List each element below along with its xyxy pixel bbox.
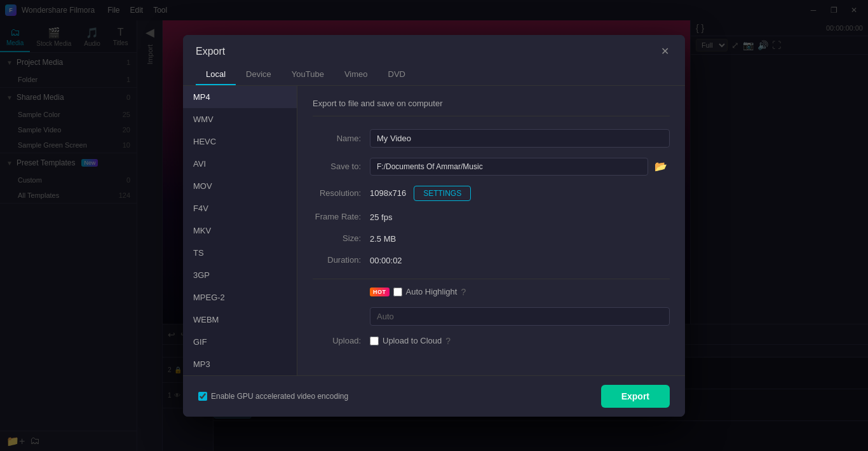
size-field-row: Size: 2.5 MB <box>313 233 670 244</box>
size-text: 2.5 MB <box>370 234 396 244</box>
format-hevc[interactable]: HEVC <box>183 130 297 153</box>
size-label: Size: <box>313 233 370 243</box>
auto-highlight-checkbox-label: Auto Highlight <box>393 287 458 296</box>
upload-cloud-label: Upload to Cloud <box>383 336 442 345</box>
gpu-checkbox[interactable] <box>198 392 207 401</box>
duration-value: 00:00:02 <box>370 254 670 266</box>
format-mp4[interactable]: MP4 <box>183 86 297 108</box>
name-field-row: Name: <box>313 129 670 148</box>
resolution-field-row: Resolution: 1098x716 SETTINGS <box>313 186 670 201</box>
auto-highlight-row: HOT Auto Highlight ? <box>313 287 670 297</box>
tab-youtube[interactable]: YouTube <box>281 64 334 85</box>
format-ts[interactable]: TS <box>183 242 297 264</box>
format-mkv[interactable]: MKV <box>183 219 297 242</box>
format-mov[interactable]: MOV <box>183 175 297 197</box>
format-list: MP4 WMV HEVC AVI MOV F4V MKV TS 3GP MPEG… <box>183 86 297 375</box>
auto-dropdown-value: Auto <box>370 307 670 326</box>
save-to-field-row: Save to: 📂 <box>313 158 670 176</box>
tab-local[interactable]: Local <box>196 64 236 85</box>
name-value <box>370 129 670 148</box>
hot-badge: HOT <box>370 288 390 296</box>
auto-highlight-checkbox[interactable] <box>393 288 402 296</box>
modal-close-button[interactable]: ✕ <box>657 44 672 59</box>
modal-title: Export <box>196 46 225 57</box>
browse-folder-icon[interactable]: 📂 <box>652 158 670 176</box>
format-3gp[interactable]: 3GP <box>183 264 297 286</box>
save-path-input[interactable] <box>370 158 648 176</box>
upload-cloud-checkbox[interactable] <box>370 337 379 345</box>
framerate-value: 25 fps <box>370 211 670 223</box>
format-avi[interactable]: AVI <box>183 153 297 175</box>
resolution-text: 1098x716 <box>370 188 406 198</box>
duration-text: 00:00:02 <box>370 256 402 265</box>
export-description: Export to file and save on computer <box>313 99 670 116</box>
settings-button[interactable]: SETTINGS <box>414 186 471 201</box>
auto-dropdown-row: Auto <box>313 307 670 326</box>
format-mpeg2[interactable]: MPEG-2 <box>183 286 297 309</box>
auto-highlight-help-icon[interactable]: ? <box>461 287 466 297</box>
framerate-label: Frame Rate: <box>313 212 370 221</box>
modal-tabs: Local Device YouTube Vimeo DVD <box>183 64 685 86</box>
format-gif[interactable]: GIF <box>183 331 297 353</box>
upload-checkbox-label: Upload to Cloud <box>370 336 442 345</box>
save-to-value: 📂 <box>370 158 670 176</box>
modal-overlay: Export ✕ Local Device YouTube Vimeo DVD … <box>0 0 868 451</box>
modal-header: Export ✕ <box>183 35 685 59</box>
export-modal: Export ✕ Local Device YouTube Vimeo DVD … <box>183 35 685 417</box>
format-mp3[interactable]: MP3 <box>183 353 297 375</box>
format-webm[interactable]: WEBM <box>183 309 297 331</box>
gpu-checkbox-label: Enable GPU accelerated video encoding <box>198 392 348 401</box>
export-button[interactable]: Export <box>601 385 670 408</box>
modal-footer: Enable GPU accelerated video encoding Ex… <box>183 375 685 417</box>
size-value: 2.5 MB <box>370 233 670 244</box>
auto-highlight-value: HOT Auto Highlight ? <box>370 287 670 297</box>
export-settings: Export to file and save on computer Name… <box>297 86 685 375</box>
auto-highlight-label: Auto Highlight <box>406 287 458 296</box>
format-f4v[interactable]: F4V <box>183 197 297 219</box>
resolution-label: Resolution: <box>313 188 370 198</box>
app-container: F Wondershare Filmora File Edit Tool ─ ❐… <box>0 0 868 451</box>
format-wmv[interactable]: WMV <box>183 108 297 130</box>
modal-body: MP4 WMV HEVC AVI MOV F4V MKV TS 3GP MPEG… <box>183 86 685 375</box>
name-label: Name: <box>313 134 370 143</box>
gpu-label: Enable GPU accelerated video encoding <box>211 392 348 401</box>
settings-divider <box>313 279 670 279</box>
upload-value: Upload to Cloud ? <box>370 336 670 346</box>
framerate-text: 25 fps <box>370 212 392 222</box>
upload-help-icon[interactable]: ? <box>445 336 451 346</box>
auto-dropdown[interactable]: Auto <box>370 307 670 326</box>
tab-dvd[interactable]: DVD <box>378 64 416 85</box>
tab-vimeo[interactable]: Vimeo <box>334 64 378 85</box>
upload-field-row: Upload: Upload to Cloud ? <box>313 336 670 346</box>
framerate-field-row: Frame Rate: 25 fps <box>313 211 670 223</box>
name-input[interactable] <box>370 129 670 148</box>
save-label: Save to: <box>313 162 370 171</box>
duration-label: Duration: <box>313 255 370 265</box>
upload-label: Upload: <box>313 336 370 345</box>
tab-device[interactable]: Device <box>236 64 281 85</box>
resolution-value: 1098x716 SETTINGS <box>370 186 670 201</box>
duration-field-row: Duration: 00:00:02 <box>313 254 670 266</box>
